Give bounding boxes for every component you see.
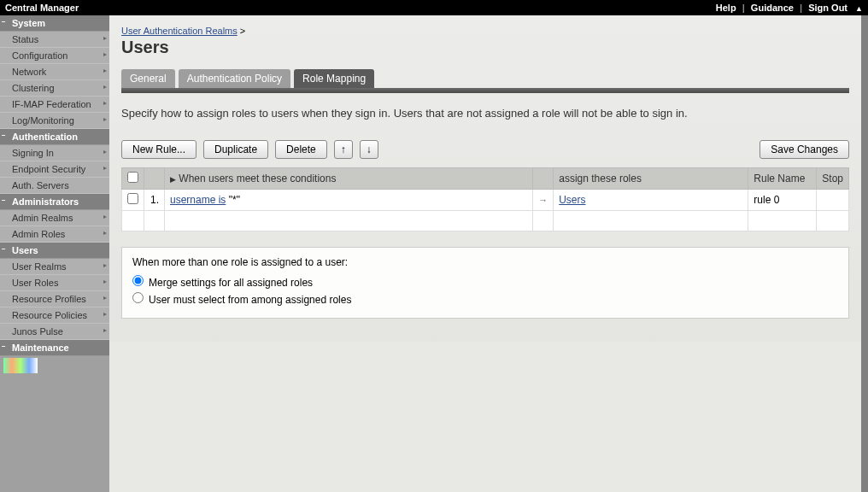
role-assignment-section: When more than one role is assigned to a… [121,247,849,319]
select-all-checkbox[interactable] [127,172,138,183]
sidebar-section-maint[interactable]: −Maintenance [0,340,109,356]
role-assign-question: When more than one role is assigned to a… [132,256,838,268]
row-assign: Users [554,190,748,211]
tab-strip [121,88,849,93]
row-number: 1. [144,190,165,211]
page-title: Users [121,38,849,57]
sidebar-item-endpoint[interactable]: Endpoint Security▸ [0,161,109,178]
sidebar-item-respolicies[interactable]: Resource Policies▸ [0,308,109,324]
main-panel: User Authentication Realms > Users Gener… [109,15,868,492]
save-changes-button[interactable]: Save Changes [760,140,849,159]
signout-link[interactable]: Sign Out [808,3,847,13]
condition-link[interactable]: username is [170,194,226,206]
help-link[interactable]: Help [716,3,736,13]
arrow-icon: → [533,190,554,211]
sidebar-item-signingin[interactable]: Signing In▸ [0,145,109,161]
new-rule-button[interactable]: New Rule... [121,140,196,159]
rule-name-header: Rule Name [748,168,817,190]
table-row: 1. username is "*" → Users rule 0 [122,190,849,211]
row-rule-name: rule 0 [748,190,817,211]
tab-general[interactable]: General [121,69,175,88]
sidebar-item-adminroles[interactable]: Admin Roles▸ [0,226,109,243]
move-down-button[interactable]: ↓ [360,140,378,159]
instructions: Specify how to assign roles to users whe… [121,107,849,120]
sidebar-item-authservers[interactable]: Auth. Servers [0,178,109,194]
guidance-link[interactable]: Guidance [751,3,794,13]
breadcrumb: User Authentication Realms > [121,26,849,36]
sidebar-item-network[interactable]: Network▸ [0,64,109,80]
sidebar-item-logmon[interactable]: Log/Monitoring▸ [0,113,109,129]
top-bar: Central Manager Help | Guidance | Sign O… [0,0,868,15]
collapse-icon[interactable]: ▲ [855,4,863,13]
sidebar-item-resprofiles[interactable]: Resource Profiles▸ [0,291,109,308]
sidebar-item-userrealms[interactable]: User Realms▸ [0,259,109,275]
sidebar-item-status[interactable]: Status▸ [0,32,109,48]
delete-button[interactable]: Delete [275,140,327,159]
toolbar: New Rule... Duplicate Delete ↑ ↓ Save Ch… [121,140,849,159]
sidebar-section-auth[interactable]: −Authentication [0,129,109,145]
stop-header: Stop [817,168,849,190]
sidebar-item-clustering[interactable]: Clustering▸ [0,80,109,97]
app-title: Central Manager [5,3,79,13]
table-row-empty [122,211,849,231]
sidebar-item-userroles[interactable]: User Roles▸ [0,275,109,291]
duplicate-button[interactable]: Duplicate [203,140,268,159]
row-condition: username is "*" [165,190,533,211]
tab-role-mapping[interactable]: Role Mapping [294,69,374,88]
row-checkbox[interactable] [127,193,138,204]
move-up-button[interactable]: ↑ [334,140,353,159]
order-header [144,168,165,190]
sidebar-item-configuration[interactable]: Configuration▸ [0,48,109,64]
breadcrumb-link[interactable]: User Authentication Realms [121,26,238,36]
sidebar-item-adminrealms[interactable]: Admin Realms▸ [0,210,109,226]
select-option[interactable]: User must select from among assigned rol… [132,292,838,306]
rules-table: ▶ When users meet these conditions assig… [121,167,849,231]
sidebar: −System Status▸ Configuration▸ Network▸ … [0,15,109,492]
top-links: Help | Guidance | Sign Out ▲ [714,3,863,13]
conditions-header: ▶ When users meet these conditions [165,168,533,190]
row-stop [817,190,849,211]
sidebar-logo [3,358,38,373]
tab-auth-policy[interactable]: Authentication Policy [179,69,290,88]
sidebar-section-admins[interactable]: −Administrators [0,194,109,210]
sidebar-section-system[interactable]: −System [0,15,109,32]
sidebar-item-ifmap[interactable]: IF-MAP Federation▸ [0,97,109,113]
sidebar-section-users[interactable]: −Users [0,243,109,259]
tabs: General Authentication Policy Role Mappi… [121,69,849,88]
sidebar-item-junospulse[interactable]: Junos Pulse▸ [0,324,109,340]
merge-option[interactable]: Merge settings for all assigned roles [132,275,838,289]
assign-roles-header: assign these roles [554,168,748,190]
select-radio[interactable] [132,292,144,303]
merge-radio[interactable] [132,275,144,286]
select-all-header[interactable] [122,168,144,190]
scrollbar[interactable] [861,15,867,492]
assigned-role-link[interactable]: Users [559,194,585,206]
